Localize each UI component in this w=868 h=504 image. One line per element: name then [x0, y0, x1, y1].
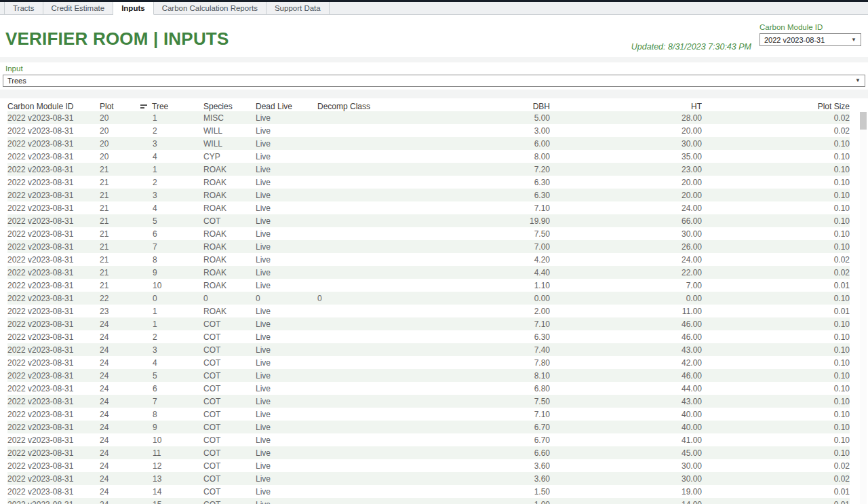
carbon-module-id-selected-value: 2022 v2023-08-31 — [764, 36, 825, 44]
cell-tree: 3 — [140, 343, 203, 356]
table-row[interactable]: 2022 v2023-08-312414COTLive1.5019.000.01 — [7, 485, 850, 498]
table-row[interactable]: 2022 v2023-08-312413COTLive3.6030.000.02 — [7, 472, 850, 485]
column-header-dbh[interactable]: DBH — [419, 100, 550, 111]
table-row[interactable]: 2022 v2023-08-31249COTLive6.7040.000.10 — [7, 421, 850, 433]
cell-dbh: 7.50 — [419, 395, 550, 408]
column-header-dead-live[interactable]: Dead Live — [256, 100, 317, 111]
table-row[interactable]: 2022 v2023-08-31214ROAKLive7.1024.000.10 — [7, 201, 850, 214]
cell-plot: 24 — [100, 485, 140, 498]
cell-decomp-class — [317, 485, 419, 498]
table-row[interactable]: 2022 v2023-08-31242COTLive6.3046.000.10 — [7, 330, 850, 343]
cell-plot: 24 — [100, 421, 140, 433]
table-row[interactable]: 2022 v2023-08-31246COTLive6.8044.000.10 — [7, 382, 850, 395]
table-row[interactable]: 2022 v2023-08-31245COTLive8.1046.000.10 — [7, 369, 850, 382]
column-header-carbon-module-id[interactable]: Carbon Module ID — [7, 100, 100, 111]
cell-plot: 22 — [100, 292, 140, 305]
table-row[interactable]: 2022 v2023-08-31212ROAKLive6.3020.000.10 — [7, 176, 850, 189]
cell-plot-size: 0.10 — [702, 343, 850, 356]
column-header-ht[interactable]: HT — [550, 100, 702, 111]
cell-species: CYP — [203, 150, 256, 163]
tab-support-data[interactable]: Support Data — [267, 2, 330, 14]
cell-plot-size: 0.10 — [702, 421, 850, 433]
cell-dead-live: Live — [256, 150, 317, 163]
cell-dead-live: Live — [256, 369, 317, 382]
cell-carbon-module-id: 2022 v2023-08-31 — [7, 292, 100, 305]
table-row[interactable]: 2022 v2023-08-312412COTLive3.6030.000.02 — [7, 459, 850, 472]
column-header-decomp-class[interactable]: Decomp Class — [317, 100, 419, 111]
cell-tree: 2 — [140, 124, 203, 137]
table-row[interactable]: 2022 v2023-08-31201MISCLive5.0028.000.02 — [7, 111, 850, 124]
cell-dbh: 1.50 — [419, 485, 550, 498]
cell-plot: 24 — [100, 498, 140, 504]
cell-plot-size: 0.01 — [702, 485, 850, 498]
table-row[interactable]: 2022 v2023-08-31202WILLLive3.0020.000.02 — [7, 124, 850, 137]
table-row[interactable]: 2022 v2023-08-31204CYPLive8.0035.000.10 — [7, 150, 850, 163]
column-header-plot-size[interactable]: Plot Size — [702, 100, 850, 111]
table-row[interactable]: 2022 v2023-08-31213ROAKLive6.3020.000.10 — [7, 189, 850, 201]
vertical-scrollbar[interactable] — [860, 112, 867, 504]
table-row[interactable]: 2022 v2023-08-31216ROAKLive7.5030.000.10 — [7, 227, 850, 240]
cell-dead-live: Live — [256, 214, 317, 227]
cell-plot: 20 — [100, 124, 140, 137]
cell-ht: 20.00 — [550, 189, 702, 201]
cell-ht: 43.00 — [550, 343, 702, 356]
carbon-module-id-select[interactable]: 2022 v2023-08-31 ▼ — [760, 33, 861, 46]
table-row[interactable]: 2022 v2023-08-31211ROAKLive7.2023.000.10 — [7, 163, 850, 176]
column-header-plot[interactable]: Plot — [100, 100, 140, 111]
carbon-module-id-block: Carbon Module ID 2022 v2023-08-31 ▼ — [760, 23, 861, 46]
table-row[interactable]: 2022 v2023-08-31231ROAKLive2.0011.000.01 — [7, 305, 850, 317]
cell-plot: 24 — [100, 472, 140, 485]
cell-dead-live: Live — [256, 189, 317, 201]
tab-carbon-calculation-reports[interactable]: Carbon Calculation Reports — [154, 2, 267, 14]
column-header-species[interactable]: Species — [203, 100, 256, 111]
cell-tree: 7 — [140, 395, 203, 408]
table-row[interactable]: 2022 v2023-08-31215COTLive19.9066.000.10 — [7, 214, 850, 227]
table-row[interactable]: 2022 v2023-08-312200000.000.000.10 — [7, 292, 850, 305]
cell-carbon-module-id: 2022 v2023-08-31 — [7, 459, 100, 472]
table-row[interactable]: 2022 v2023-08-312411COTLive6.6045.000.10 — [7, 446, 850, 459]
cell-dead-live: Live — [256, 343, 317, 356]
cell-plot-size: 0.01 — [702, 279, 850, 292]
cell-plot: 24 — [100, 395, 140, 408]
cell-dead-live: Live — [256, 240, 317, 253]
table-row[interactable]: 2022 v2023-08-31247COTLive7.5043.000.10 — [7, 395, 850, 408]
cell-plot: 24 — [100, 433, 140, 446]
cell-decomp-class — [317, 214, 419, 227]
tab-tracts[interactable]: Tracts — [4, 2, 43, 14]
table-row[interactable]: 2022 v2023-08-31203WILLLive6.0030.000.10 — [7, 137, 850, 150]
cell-plot: 24 — [100, 369, 140, 382]
table-row[interactable]: 2022 v2023-08-31243COTLive7.4043.000.10 — [7, 343, 850, 356]
cell-plot-size: 0.01 — [702, 498, 850, 504]
table-row[interactable]: 2022 v2023-08-31218ROAKLive4.2024.000.02 — [7, 253, 850, 266]
cell-dead-live: Live — [256, 227, 317, 240]
cell-tree: 8 — [140, 253, 203, 266]
table-row[interactable]: 2022 v2023-08-31244COTLive7.8042.000.10 — [7, 356, 850, 369]
cell-tree: 1 — [140, 163, 203, 176]
table-row[interactable]: 2022 v2023-08-31248COTLive7.1040.000.10 — [7, 408, 850, 421]
cell-carbon-module-id: 2022 v2023-08-31 — [7, 472, 100, 485]
scrollbar-thumb[interactable] — [860, 112, 867, 130]
table-row[interactable]: 2022 v2023-08-31217ROAKLive7.0026.000.10 — [7, 240, 850, 253]
column-header-tree[interactable]: Tree — [140, 100, 203, 111]
table-row[interactable]: 2022 v2023-08-312410COTLive6.7041.000.10 — [7, 433, 850, 446]
column-header-label: Carbon Module ID — [7, 102, 73, 111]
tab-credit-estimate[interactable]: Credit Estimate — [43, 2, 114, 14]
table-row[interactable]: 2022 v2023-08-312110ROAKLive1.107.000.01 — [7, 279, 850, 292]
cell-plot-size: 0.10 — [702, 330, 850, 343]
cell-dbh: 7.10 — [419, 317, 550, 330]
inputs-table: Carbon Module IDPlotTreeSpeciesDead Live… — [7, 100, 850, 504]
table-row[interactable]: 2022 v2023-08-312415COTLive1.0014.000.01 — [7, 498, 850, 504]
tab-inputs[interactable]: Inputs — [113, 2, 154, 15]
input-type-select[interactable]: Trees ▼ — [3, 75, 865, 87]
cell-tree: 6 — [140, 382, 203, 395]
table-row[interactable]: 2022 v2023-08-31219ROAKLive4.4022.000.02 — [7, 266, 850, 279]
cell-decomp-class — [317, 266, 419, 279]
cell-ht: 41.00 — [550, 433, 702, 446]
cell-dead-live: Live — [256, 137, 317, 150]
table-row[interactable]: 2022 v2023-08-31241COTLive7.1046.000.10 — [7, 317, 850, 330]
cell-ht: 43.00 — [550, 395, 702, 408]
cell-plot-size: 0.02 — [702, 472, 850, 485]
cell-plot: 24 — [100, 317, 140, 330]
cell-decomp-class — [317, 446, 419, 459]
tab-bar: TractsCredit EstimateInputsCarbon Calcul… — [0, 2, 868, 15]
